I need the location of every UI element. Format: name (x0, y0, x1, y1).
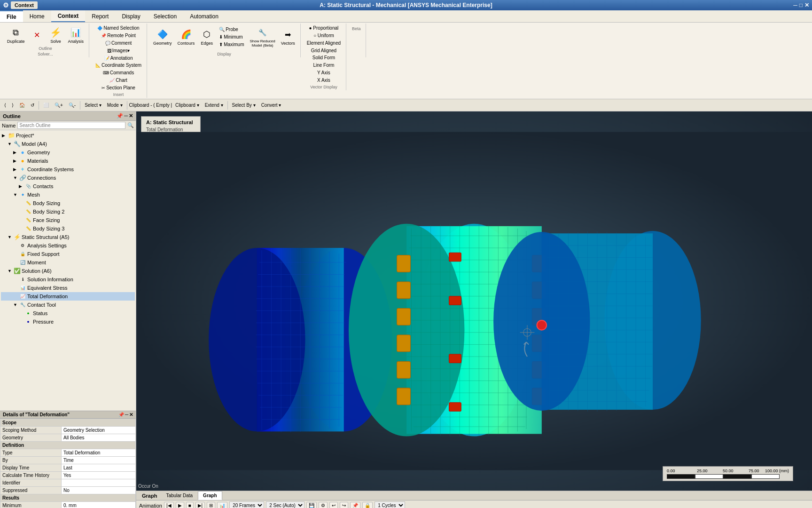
tree-project[interactable]: ▶ 📁 Project* (1, 131, 135, 140)
tree-analysis-settings[interactable]: ⚙ Analysis Settings (1, 241, 135, 250)
tree-body-sizing-2[interactable]: 📏 Body Sizing 2 (1, 207, 135, 216)
minimum-btn[interactable]: ⬇Minimum (217, 33, 246, 40)
viewport-3d[interactable]: A: Static Structural Total Deformation T… (136, 111, 812, 491)
anim-play-btn[interactable]: ▶ (176, 502, 184, 508)
remote-point-btn[interactable]: 📌 Remote Point (99, 32, 138, 39)
toolbar-nav-2[interactable]: ⟩ (9, 102, 16, 109)
tree-total-deformation[interactable]: 📈 Total Deformation (1, 292, 135, 301)
tree-mesh[interactable]: ▼ 🔹 Mesh (1, 190, 135, 199)
tree-fixed-support[interactable]: 🔒 Fixed Support (1, 250, 135, 258)
anim-lock-btn[interactable]: 🔒 (362, 502, 373, 508)
outline-minimize-btn[interactable]: ─ (124, 113, 128, 119)
speed-select[interactable]: 2 Sec (Auto) 4 Sec 1 Sec (266, 501, 304, 508)
minimize-btn[interactable]: ─ (793, 2, 797, 8)
anim-forward-btn[interactable]: ↪ (340, 502, 348, 508)
anim-rewind-btn[interactable]: ↩ (329, 502, 338, 508)
named-selection-btn[interactable]: 🔷 Named Selection (95, 24, 141, 32)
tree-body-sizing-3[interactable]: 📏 Body Sizing 3 (1, 224, 135, 233)
tree-materials[interactable]: ▶ ● Materials (1, 157, 135, 165)
anim-chart-btn[interactable]: 📊 (217, 502, 227, 508)
tree-solution[interactable]: ▼ ✅ Solution (A6) (1, 267, 135, 275)
menu-report[interactable]: Report (85, 10, 115, 22)
select-by-btn[interactable]: Select By ▾ (230, 102, 258, 109)
commands-btn[interactable]: ⌨ Commands (101, 69, 136, 76)
toolbar-zoom-fit[interactable]: ⬜ (41, 102, 51, 109)
section-plane-btn[interactable]: ✂ Section Plane (99, 84, 138, 91)
outline-pin-btn[interactable]: 📌 (117, 113, 123, 119)
select-btn[interactable]: Select ▾ (82, 102, 104, 109)
tree-face-sizing[interactable]: 📏 Face Sizing (1, 216, 135, 224)
model-3d-view[interactable] (136, 111, 812, 491)
viewport[interactable]: A: Static Structural Total Deformation T… (136, 111, 812, 508)
comment-btn[interactable]: 💬 Comment (103, 40, 134, 47)
tree-equiv-stress[interactable]: 📊 Equivalent Stress (1, 284, 135, 292)
edges-btn[interactable]: ⬡ Edges (198, 26, 216, 47)
toolbar-zoom-in[interactable]: 🔍+ (52, 102, 65, 109)
tree-status[interactable]: ● Status (1, 309, 135, 318)
outline-close-btn[interactable]: ✕ (129, 113, 133, 119)
x-axis-btn[interactable]: X Axis (315, 77, 333, 84)
tree-static-structural[interactable]: ▼ ⚡ Static Structural (A5) (1, 233, 135, 241)
clipboard-btn[interactable]: Clipboard ▾ (173, 102, 202, 109)
vectors-btn[interactable]: ➡ Vectors (279, 26, 297, 47)
anim-stop-btn[interactable]: ■ (186, 502, 194, 508)
mode-btn[interactable]: Mode ▾ (105, 102, 125, 109)
toolbar-zoom-out[interactable]: 🔍- (66, 102, 78, 109)
tree-body-sizing-1[interactable]: 📏 Body Sizing (1, 199, 135, 207)
search-input[interactable] (17, 122, 125, 129)
details-minimize-btn[interactable]: ─ (125, 412, 128, 417)
anim-options-btn[interactable]: ⚙ (319, 502, 328, 508)
cycles-select[interactable]: 1 Cycles 2 Cycles Infinite (375, 501, 405, 508)
extend-btn[interactable]: Extend ▾ (203, 102, 226, 109)
solid-form-btn[interactable]: Solid Form (310, 54, 337, 61)
toolbar-refresh[interactable]: ↺ (28, 102, 37, 109)
tree-geometry[interactable]: ▶ ● Geometry (1, 148, 135, 157)
anim-next-btn[interactable]: ▶| (195, 502, 205, 508)
frames-select[interactable]: 20 Frames 40 Frames 60 Frames (229, 501, 264, 508)
anim-frame-btn[interactable]: ⊞ (207, 502, 215, 508)
menu-selection[interactable]: Selection (147, 10, 183, 22)
tree-sol-info[interactable]: ℹ Solution Information (1, 275, 135, 284)
tree-contact-tool[interactable]: ▼ 🔧 Contact Tool (1, 301, 135, 309)
tree-model[interactable]: ▼ 🔧 Model (A4) (1, 140, 135, 148)
tree-pressure[interactable]: ● Pressure (1, 318, 135, 326)
menu-home[interactable]: Home (23, 10, 51, 22)
menu-file[interactable]: File (0, 10, 23, 22)
probe-btn[interactable]: 🔍Probe (217, 26, 246, 33)
y-axis-btn[interactable]: Y Axis (315, 69, 333, 76)
maximum-btn[interactable]: ⬆Maximum (217, 41, 246, 48)
coordinate-system-btn[interactable]: 📐 Coordinate System (93, 62, 144, 69)
chart-btn[interactable]: 📈 Chart (107, 77, 129, 84)
tab-tabular-data[interactable]: Tabular Data (161, 491, 198, 500)
maximize-btn[interactable]: □ (799, 2, 803, 8)
menu-context[interactable]: Context (51, 10, 86, 22)
contours-btn[interactable]: 🌈 Contours (175, 26, 197, 47)
close-btn[interactable]: ✕ (804, 2, 809, 8)
show-reduced-btn[interactable]: 🔧 Show ReducedModel (Beta) (247, 24, 277, 49)
proportional-btn[interactable]: ● Proportional (307, 24, 341, 32)
details-pin-btn[interactable]: 📌 (118, 412, 124, 417)
tree-contacts[interactable]: ▶ 📎 Contacts (1, 182, 135, 190)
duplicate-btn[interactable]: ⧉ Duplicate (5, 24, 27, 45)
convert-btn[interactable]: Convert ▾ (259, 102, 284, 109)
details-close-btn[interactable]: ✕ (129, 412, 133, 417)
uniform-btn[interactable]: ○ Uniform (311, 32, 336, 39)
tree-moment[interactable]: 🔄 Moment (1, 258, 135, 267)
anim-export-btn[interactable]: 💾 (306, 502, 317, 508)
images-btn[interactable]: 🖼 Images▾ (105, 47, 133, 54)
tab-graph[interactable]: Graph (198, 491, 222, 500)
solve-btn[interactable]: ⚡ Solve (47, 24, 65, 45)
geometry-btn[interactable]: 🔷 Geometry (151, 26, 174, 47)
tree-coord-sys[interactable]: ▶ + Coordinate Systems (1, 165, 135, 174)
tree-connections[interactable]: ▼ 🔗 Connections (1, 174, 135, 182)
element-aligned-btn[interactable]: Element Aligned (304, 40, 343, 47)
grid-aligned-btn[interactable]: Grid Aligned (309, 47, 339, 54)
anim-prev-btn[interactable]: |◀ (164, 502, 174, 508)
analysis-btn[interactable]: 📊 Analysis (66, 24, 86, 45)
menu-display[interactable]: Display (115, 10, 147, 22)
close-btn-ribbon[interactable]: ✕ (28, 27, 46, 43)
anim-pin-btn[interactable]: 📌 (350, 502, 360, 508)
menu-automation[interactable]: Automation (183, 10, 225, 22)
toolbar-home[interactable]: 🏠 (17, 102, 27, 109)
line-form-btn[interactable]: Line Form (311, 62, 336, 69)
